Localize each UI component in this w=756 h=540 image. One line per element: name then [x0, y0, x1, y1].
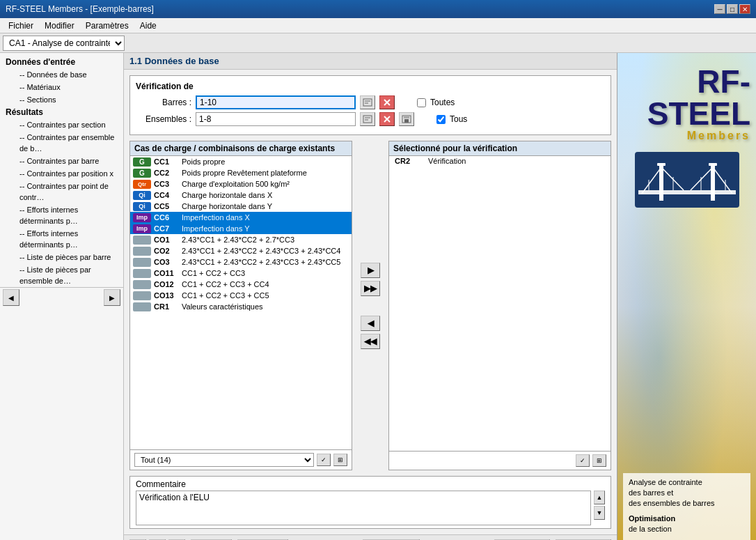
commentaire-section: Commentaire Vérification à l'ELU ▲ ▼ [129, 476, 611, 529]
menu-fichier[interactable]: Fichier [3, 20, 39, 32]
logo-panel: RF- STEEL Members [617, 53, 756, 540]
svg-rect-11 [404, 119, 409, 123]
load-item[interactable]: CO2 2.43*CC1 + 2.43*CC2 + 2.43*CC3 + 2.4… [130, 245, 352, 256]
logo-bridge [635, 152, 739, 210]
load-code: CO1 [154, 236, 179, 244]
load-item[interactable]: Qi CC5 Charge horizontale dans Y [130, 201, 352, 212]
badge-imp: Imp [133, 224, 151, 233]
transfer-left-all-btn[interactable]: ◀◀ [361, 334, 380, 349]
logo-desc6: de la section [629, 524, 745, 534]
bridge-svg [635, 152, 739, 208]
load-desc: Charge d'exploitation 500 kg/m² [182, 180, 349, 188]
minimize-button[interactable]: ─ [714, 4, 725, 14]
right-grid-btn[interactable]: ⊞ [592, 454, 606, 467]
svg-rect-0 [363, 99, 372, 106]
load-item[interactable]: CO13 CC1 + CC2 + CC3 + CC5 [130, 290, 352, 301]
toutes-checkbox[interactable] [417, 98, 426, 107]
steel-text: STEEL [623, 98, 750, 130]
logo-desc3: des ensembles de barres [629, 498, 745, 509]
load-item[interactable]: CO1 2.43*CC1 + 2.43*CC2 + 2.7*CC3 [130, 234, 352, 245]
sidebar-item-efforts-det2[interactable]: -- Efforts internes déterminants p… [0, 227, 123, 251]
ensembles-row: Ensembles : Tous [136, 112, 605, 126]
window-controls: ─ □ ✕ [714, 4, 750, 14]
right-check-btn[interactable]: ✓ [576, 454, 590, 467]
barres-select-btn[interactable] [360, 95, 375, 109]
ca-dropdown[interactable]: CA1 - Analyse de contrainte [3, 36, 125, 51]
svg-rect-22 [659, 166, 663, 201]
menu-modifier[interactable]: Modifier [39, 20, 80, 32]
logo-desc1: Analyse de contrainte [629, 477, 745, 488]
barres-clear-btn[interactable] [379, 95, 395, 109]
app-container: Données d'entrée -- Données de base -- M… [0, 53, 756, 540]
load-desc: Poids propre Revêtement plateforme [182, 169, 349, 177]
load-item[interactable]: CO3 2.43*CC1 + 2.43*CC2 + 2.43*CC3 + 2.4… [130, 256, 352, 268]
sidebar-section-input: Données d'entrée [0, 56, 123, 68]
transfer-left-btn[interactable]: ◀ [361, 316, 380, 331]
load-item[interactable]: Qtr CC3 Charge d'exploitation 500 kg/m² [130, 178, 352, 190]
load-cases-header: Cas de charge / combinaisons de charge e… [130, 141, 352, 156]
sidebar-item-efforts-det1[interactable]: -- Efforts internes déterminants p… [0, 203, 123, 227]
load-cases-panel: Cas de charge / combinaisons de charge e… [129, 141, 352, 470]
verification-section: Vérification de Barres : Toutes [129, 75, 611, 135]
badge-co [133, 258, 151, 267]
ensembles-save-btn[interactable] [399, 112, 414, 126]
load-code: CC3 [154, 180, 179, 188]
load-grid-btn[interactable]: ⊞ [333, 454, 347, 466]
sidebar-item-contraintes-position[interactable]: -- Contraintes par position x [0, 167, 123, 180]
sidebar-item-donnees-base[interactable]: -- Données de base [0, 68, 123, 81]
load-code: CC4 [154, 191, 179, 199]
sidebar-item-contraintes-ensemble[interactable]: -- Contraintes par ensemble de b… [0, 131, 123, 155]
barres-input[interactable] [196, 95, 356, 109]
load-item[interactable]: CO11 CC1 + CC2 + CC3 [130, 268, 352, 279]
load-check-btn[interactable]: ✓ [317, 454, 331, 466]
sidebar: Données d'entrée -- Données de base -- M… [0, 53, 124, 540]
menu-bar: Fichier Modifier Paramètres Aide [0, 18, 756, 33]
commentaire-textarea[interactable]: Vérification à l'ELU [136, 491, 591, 525]
sidebar-item-sections[interactable]: -- Sections [0, 93, 123, 106]
menu-parametres[interactable]: Paramètres [80, 20, 134, 32]
load-item[interactable]: CO12 CC1 + CC2 + CC3 + CC4 [130, 279, 352, 290]
sidebar-item-liste-barre[interactable]: -- Liste de pièces par barre [0, 251, 123, 263]
sidebar-scroll-right[interactable]: ▶ [104, 289, 120, 306]
load-filter-dropdown[interactable]: Tout (14) [134, 453, 314, 467]
selected-table: CR2 Vérification [389, 156, 611, 451]
sidebar-item-contraintes-section[interactable]: -- Contraintes par section [0, 118, 123, 131]
load-item-selected[interactable]: Imp CC7 Imperfection dans Y [130, 223, 352, 234]
load-code: CC6 [154, 213, 179, 222]
svg-rect-28 [638, 190, 736, 194]
load-item[interactable]: G CC1 Poids propre [130, 156, 352, 167]
maximize-button[interactable]: □ [727, 4, 738, 14]
selected-panel: Sélectionné pour la vérification CR2 Vér… [388, 141, 611, 470]
load-desc: CC1 + CC2 + CC3 + CC5 [182, 291, 349, 300]
ensembles-clear-btn[interactable] [379, 112, 395, 126]
rf-text: RF- [623, 65, 750, 98]
close-button[interactable]: ✕ [739, 4, 750, 14]
comment-scroll-up[interactable]: ▲ [594, 491, 605, 504]
load-code: CO13 [154, 291, 179, 300]
panel-content: Vérification de Barres : Toutes [124, 70, 617, 534]
load-item[interactable]: Qi CC4 Charge horizontale dans X [130, 190, 352, 201]
sidebar-scroll-left[interactable]: ◀ [3, 289, 19, 306]
sidebar-item-contraintes-barre[interactable]: -- Contraintes par barre [0, 155, 123, 167]
sidebar-item-liste-ensemble[interactable]: -- Liste de pièces par ensemble de… [0, 263, 123, 287]
comment-scroll-down[interactable]: ▼ [594, 506, 605, 520]
selected-desc: Vérification [428, 157, 605, 167]
ensembles-select-btn[interactable] [360, 112, 375, 126]
selected-code: CR2 [395, 157, 423, 167]
sidebar-item-materiaux[interactable]: -- Matériaux [0, 81, 123, 93]
logo-description: Analyse de contrainte des barres et des … [623, 473, 750, 540]
app-title: RF-STEEL Members - [Exemple-barres] [6, 4, 154, 14]
load-item-selected[interactable]: Imp CC6 Imperfection dans X [130, 212, 352, 223]
transfer-right-all-btn[interactable]: ▶▶ [361, 281, 380, 296]
load-item[interactable]: CR1 Valeurs caractéristiques [130, 301, 352, 312]
tous-checkbox[interactable] [436, 115, 446, 124]
transfer-buttons: ▶ ▶▶ ◀ ◀◀ [358, 141, 383, 470]
load-desc: Imperfection dans Y [182, 224, 349, 233]
load-code: CC2 [154, 169, 179, 177]
panel-title: 1.1 Données de base [124, 53, 617, 70]
load-item[interactable]: G CC2 Poids propre Revêtement plateforme [130, 167, 352, 178]
ensembles-input[interactable] [196, 112, 356, 126]
sidebar-item-contraintes-point[interactable]: -- Contraintes par point de contr… [0, 180, 123, 203]
menu-aide[interactable]: Aide [134, 20, 162, 32]
transfer-right-btn[interactable]: ▶ [361, 263, 380, 278]
